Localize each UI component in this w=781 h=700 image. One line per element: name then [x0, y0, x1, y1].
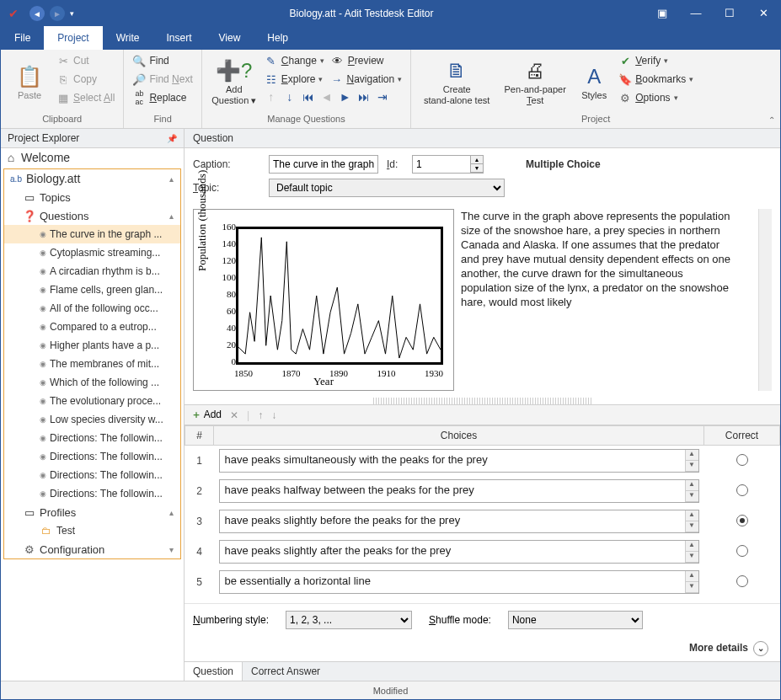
file-node[interactable]: a.bBiology.att▴ [4, 169, 180, 188]
close-button[interactable]: ✕ [746, 1, 780, 26]
choice-input[interactable]: have peaks slightly after the peaks for … [219, 540, 699, 564]
select-all-button[interactable]: ▦Select All [53, 88, 118, 107]
tab-correct-answer[interactable]: Correct Answer [243, 662, 329, 681]
spin-down-icon[interactable]: ▼ [686, 552, 698, 563]
question-item[interactable]: ◉Directions: The followin... [4, 484, 180, 503]
find-next-button[interactable]: 🔎Find Next [129, 70, 195, 88]
spin-up-icon[interactable]: ▲ [686, 510, 698, 521]
spin-down-icon[interactable]: ▼ [686, 582, 698, 593]
topics-node[interactable]: ▭Topics [4, 188, 180, 206]
nav-next-icon[interactable]: ► [339, 90, 352, 104]
spin-up-icon[interactable]: ▲ [686, 541, 698, 552]
choice-input[interactable]: have peaks halfway between the peaks for… [219, 479, 699, 503]
move-down-button[interactable]: ↓ [271, 409, 276, 421]
question-item[interactable]: ◉Which of the following ... [4, 373, 180, 392]
paste-button[interactable]: 📋 Paste [6, 51, 53, 112]
tab-question[interactable]: Question [185, 662, 243, 681]
collapse-icon[interactable]: ▴ [169, 174, 177, 184]
nav-first-icon[interactable]: ⏮ [302, 90, 315, 104]
question-item[interactable]: ◉The membranes of mit... [4, 355, 180, 373]
question-item[interactable]: ◉Low species diversity w... [4, 410, 180, 429]
spin-up-icon[interactable]: ▲ [471, 156, 483, 164]
spin-down-icon[interactable]: ▼ [686, 461, 698, 472]
spin-down-icon[interactable]: ▼ [471, 164, 483, 173]
spin-up-icon[interactable]: ▲ [686, 450, 698, 461]
nav-jump-icon[interactable]: ⇥ [376, 90, 389, 104]
menu-write[interactable]: Write [103, 26, 153, 50]
menu-file[interactable]: File [1, 26, 44, 50]
question-item[interactable]: ◉A circadian rhythm is b... [4, 262, 180, 281]
question-item[interactable]: ◉Flame cells, green glan... [4, 281, 180, 299]
spin-down-icon[interactable]: ▼ [686, 521, 698, 532]
options-button[interactable]: ⚙Options [615, 88, 697, 107]
menu-view[interactable]: View [206, 26, 254, 50]
bookmarks-button[interactable]: 🔖Bookmarks [615, 70, 697, 88]
forward-button[interactable]: ► [50, 6, 65, 21]
verify-button[interactable]: ✔Verify [615, 51, 697, 70]
maximize-button[interactable]: ☐ [713, 1, 746, 26]
scrollbar[interactable] [758, 209, 772, 391]
question-item[interactable]: ◉The curve in the graph ... [4, 225, 180, 243]
choice-input[interactable]: have peaks slightly before the peaks for… [219, 510, 699, 533]
menu-insert[interactable]: Insert [152, 26, 205, 50]
questions-node[interactable]: ❓Questions▴ [4, 206, 180, 225]
delete-choice-button[interactable]: ✕ [230, 409, 238, 421]
navigation-button[interactable]: →Navigation [326, 70, 405, 88]
question-item[interactable]: ◉Directions: The followin... [4, 466, 180, 484]
id-spinner[interactable]: ▲▼ [412, 155, 484, 174]
profiles-node[interactable]: ▭Profiles▴ [4, 503, 180, 521]
choice-input[interactable]: have peaks simultaneously with the peaks… [219, 449, 699, 473]
preview-button[interactable]: 👁Preview [328, 51, 388, 70]
replace-button[interactable]: abacReplace [129, 88, 195, 107]
correct-radio[interactable] [736, 454, 748, 466]
question-item[interactable]: ◉Cytoplasmic streaming... [4, 243, 180, 262]
menu-project[interactable]: Project [44, 26, 102, 50]
add-choice-button[interactable]: ＋ Add [191, 408, 222, 422]
back-button[interactable]: ◄ [29, 6, 45, 21]
collapse-icon[interactable]: ▴ [169, 508, 177, 517]
history-dropdown[interactable]: ▾ [70, 9, 74, 18]
pen-paper-button[interactable]: 🖨 Pen-and-paperTest [497, 51, 573, 112]
correct-radio[interactable] [736, 484, 748, 496]
move-up-button[interactable]: ↑ [258, 409, 263, 421]
expand-icon[interactable]: ▾ [169, 545, 177, 554]
id-input[interactable] [412, 155, 471, 174]
explore-button[interactable]: ☷Explore [261, 70, 327, 88]
more-details-button[interactable]: More details⌄ [185, 636, 780, 661]
choice-input[interactable]: be essentially a horizontal line▲▼ [219, 570, 699, 594]
cut-button[interactable]: ✂Cut [53, 51, 118, 70]
question-item[interactable]: ◉Compared to a eutrop... [4, 318, 180, 336]
question-item[interactable]: ◉Directions: The followin... [4, 429, 180, 447]
test-node[interactable]: 🗀Test [4, 521, 180, 540]
nav-last-icon[interactable]: ⏭ [357, 90, 371, 104]
find-button[interactable]: 🔍Find [129, 51, 195, 70]
configuration-node[interactable]: ⚙Configuration▾ [4, 540, 180, 558]
caption-input[interactable] [269, 155, 378, 174]
nav-down-icon[interactable]: ↓ [283, 90, 297, 104]
correct-radio[interactable] [736, 575, 748, 587]
styles-button[interactable]: A Styles [573, 51, 615, 112]
shuffle-select[interactable]: None [508, 611, 643, 629]
collapse-icon[interactable]: ▴ [169, 211, 177, 221]
create-standalone-button[interactable]: 🗎 Createstand-alone test [416, 51, 497, 112]
splitter-handle[interactable] [373, 398, 592, 404]
question-item[interactable]: ◉All of the following occ... [4, 299, 180, 318]
welcome-item[interactable]: ⌂Welcome [1, 148, 184, 167]
spin-up-icon[interactable]: ▲ [686, 480, 698, 491]
numbering-select[interactable]: 1, 2, 3, ... [286, 611, 412, 629]
question-item[interactable]: ◉Higher plants have a p... [4, 336, 180, 355]
change-button[interactable]: ✎Change [261, 51, 328, 70]
question-item[interactable]: ◉The evolutionary proce... [4, 392, 180, 410]
nav-up-icon[interactable]: ↑ [265, 90, 278, 104]
topic-select[interactable]: Default topic [269, 179, 505, 197]
correct-radio[interactable] [736, 545, 748, 557]
minimize-button[interactable]: — [679, 1, 713, 26]
copy-button[interactable]: ⎘Copy [53, 70, 118, 88]
add-question-button[interactable]: ➕? AddQuestion ▾ [207, 51, 261, 112]
collapse-ribbon-icon[interactable]: ⌃ [768, 115, 775, 125]
window-customize-button[interactable]: ▣ [645, 1, 679, 26]
question-item[interactable]: ◉Directions: The followin... [4, 447, 180, 466]
spin-down-icon[interactable]: ▼ [686, 491, 698, 502]
pin-icon[interactable]: 📌 [167, 134, 177, 143]
nav-prev-icon[interactable]: ◄ [320, 90, 334, 104]
